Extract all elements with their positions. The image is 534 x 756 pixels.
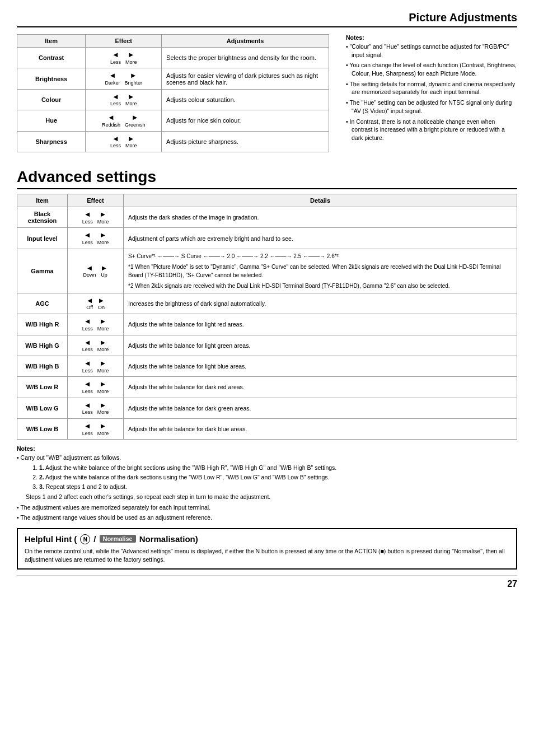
arrow-left-icon xyxy=(84,380,91,389)
picture-item-cell: Colour xyxy=(17,89,86,110)
arrow-left-icon xyxy=(84,210,91,219)
arrow-left-group: Less xyxy=(110,92,121,107)
right-label: Up xyxy=(101,272,107,278)
picture-note-item: "Colour" and "Hue" settings cannot be ad… xyxy=(346,43,517,59)
adv-step-extra: Steps 1 and 2 affect each other's settin… xyxy=(17,493,517,501)
arrow-right-group: More xyxy=(125,50,137,65)
effect-pair: Less More xyxy=(72,422,119,436)
col-header-item: Item xyxy=(17,35,86,48)
effect-pair: Darker Brighter xyxy=(90,71,157,86)
adv-notes-intro-list: Carry out "W/B" adjustment as follows. xyxy=(17,454,517,462)
arrow-right-group: Up xyxy=(101,264,108,278)
adv-effect-cell: Less More xyxy=(68,377,124,398)
arrow-left-icon xyxy=(86,264,93,273)
arrow-right-group: More xyxy=(125,92,137,107)
left-label: Less xyxy=(82,368,93,374)
arrow-left-group: Less xyxy=(82,422,93,436)
adv-detail-cell: Adjusts the white balance for dark red a… xyxy=(124,377,517,398)
adv-col-details: Details xyxy=(124,194,517,207)
arrow-right-icon xyxy=(100,210,107,219)
advanced-row: W/B Low B Less More Adjusts the white ba… xyxy=(17,419,517,440)
adv-step-item: 2. Adjust the white balance of the dark … xyxy=(39,473,517,482)
notes-title: Notes: xyxy=(346,34,517,41)
adv-effect-cell: Less More xyxy=(68,398,124,418)
picture-adjustments-notes: Notes: "Colour" and "Hue" settings canno… xyxy=(338,34,517,158)
helpful-hint-title: Helpful Hint ( N / Normalise Normalisati… xyxy=(25,534,509,544)
arrows-row: Less More xyxy=(82,380,109,394)
arrow-left-icon xyxy=(84,422,91,431)
arrows-row: Less More xyxy=(82,338,109,353)
adv-detail-cell: S+ Curve*¹ ←——→ S Curve ←——→ 2.0 ←——→ 2.… xyxy=(124,249,517,293)
arrow-left-icon xyxy=(86,296,93,305)
page-title: Picture Adjustments xyxy=(409,11,517,24)
left-label: Down xyxy=(83,272,96,278)
helpful-hint-label-start: Helpful Hint ( xyxy=(25,534,77,544)
adv-bullet-item: The adjustment values are memorized sepa… xyxy=(17,503,517,512)
adv-detail-cell: Increases the brightness of dark signal … xyxy=(124,293,517,314)
arrow-left-icon xyxy=(84,359,91,368)
advanced-row: Input level Less More Adjustment of part… xyxy=(17,228,517,249)
picture-adjustments-table-container: Item Effect Adjustments Contrast Less Mo… xyxy=(17,34,329,158)
gamma-chain: S+ Curve*¹ ←——→ S Curve ←——→ 2.0 ←——→ 2.… xyxy=(128,252,512,260)
arrow-left-icon xyxy=(84,231,91,240)
arrow-left-group: Less xyxy=(110,134,121,149)
left-label: Less xyxy=(110,143,121,149)
arrow-right-group: More xyxy=(97,338,109,353)
left-label: Reddish xyxy=(102,122,120,128)
right-label: More xyxy=(97,389,109,395)
col-header-effect: Effect xyxy=(86,35,162,48)
right-label: Greenish xyxy=(125,122,146,128)
picture-item-cell: Sharpness xyxy=(17,131,86,152)
arrow-right-icon xyxy=(100,231,107,240)
arrows-row: Less More xyxy=(82,231,109,245)
effect-pair: Less More xyxy=(72,317,119,332)
advanced-row: W/B Low R Less More Adjusts the white ba… xyxy=(17,377,517,398)
left-label: Less xyxy=(110,101,121,107)
picture-item-cell: Hue xyxy=(17,110,86,131)
effect-pair: Less More xyxy=(72,231,119,245)
effect-pair: Down Up xyxy=(72,264,119,278)
effect-pair: Less More xyxy=(72,210,119,225)
left-label: Less xyxy=(82,326,93,332)
arrows-row: Reddish Greenish xyxy=(102,113,146,128)
picture-effect-cell: Less More xyxy=(86,131,162,152)
right-label: More xyxy=(97,431,109,437)
arrow-left-icon xyxy=(112,134,119,143)
right-label: More xyxy=(97,409,109,416)
arrow-right-icon xyxy=(128,134,135,143)
gamma-note2: *2 When 2k1k signals are received with t… xyxy=(128,282,512,290)
advanced-row: W/B High B Less More Adjusts the white b… xyxy=(17,356,517,376)
picture-item-cell: Contrast xyxy=(17,48,86,68)
arrow-left-icon xyxy=(109,71,116,80)
picture-effect-cell: Less More xyxy=(86,89,162,110)
arrow-left-group: Less xyxy=(82,359,93,374)
arrow-left-group: Less xyxy=(82,380,93,394)
advanced-row: Black extension Less More Adjusts the da… xyxy=(17,207,517,227)
arrow-left-group: Reddish xyxy=(102,113,120,128)
arrows-row: Less More xyxy=(82,210,109,225)
right-label: More xyxy=(97,326,109,332)
picture-item-cell: Brightness xyxy=(17,68,86,89)
arrow-left-icon xyxy=(84,317,91,326)
effect-pair: Less More xyxy=(72,401,119,416)
adv-item-cell: Gamma xyxy=(17,249,68,293)
adv-item-cell: W/B Low B xyxy=(17,419,68,440)
adv-item-cell: W/B High R xyxy=(17,314,68,335)
arrows-row: Less More xyxy=(82,401,109,416)
picture-note-item: The "Hue" setting can be adjusted for NT… xyxy=(346,99,517,115)
arrow-left-icon xyxy=(112,50,119,59)
effect-pair: Reddish Greenish xyxy=(90,113,157,128)
adv-notes-title: Notes: xyxy=(17,445,517,452)
arrow-left-group: Less xyxy=(82,231,93,245)
arrows-row: Darker Brighter xyxy=(105,71,142,86)
adv-detail-cell: Adjusts the white balance for dark green… xyxy=(124,398,517,418)
left-label: Less xyxy=(82,240,93,246)
adv-effect-cell: Down Up xyxy=(68,249,124,293)
arrow-right-icon xyxy=(98,296,105,305)
arrow-right-icon xyxy=(130,71,137,80)
adv-item-cell: Black extension xyxy=(17,207,68,227)
right-label: More xyxy=(97,219,109,225)
arrow-right-group: More xyxy=(97,317,109,332)
adv-detail-cell: Adjusts the white balance for light red … xyxy=(124,314,517,335)
picture-notes-list: "Colour" and "Hue" settings cannot be ad… xyxy=(346,43,517,142)
